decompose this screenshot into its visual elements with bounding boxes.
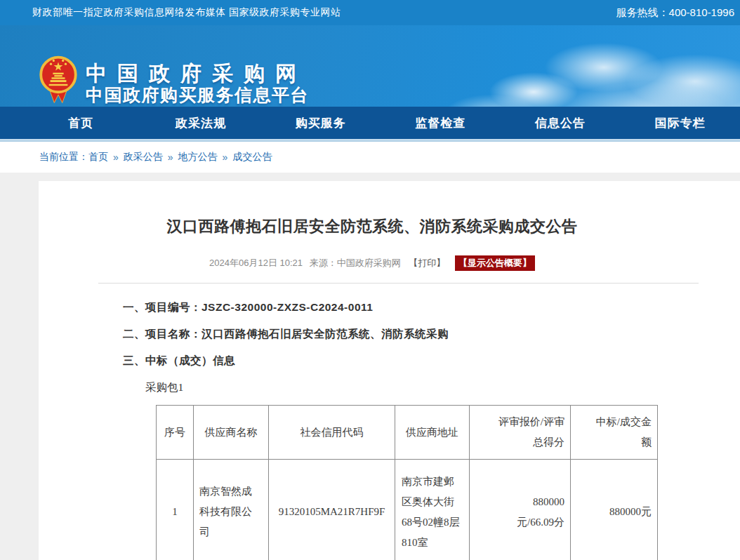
cell-credit-code: 91320105MA21R7HF9F <box>269 460 395 560</box>
breadcrumb-local-announcements[interactable]: 地方公告 <box>178 151 218 164</box>
cell-supplier-name: 南京智然成科技有限公司 <box>194 460 269 560</box>
article-meta: 2024年06月12日 10:21 来源：中国政府采购网 【打印】 【显示公告概… <box>39 255 706 271</box>
article-body: 一、项目编号：JSZC-320000-ZXZS-C2024-0011 二、项目名… <box>39 300 706 368</box>
site-logo-text: 中国政府采购网 中国政府购买服务信息平台 www.ccgp.gov.cn <box>86 62 310 107</box>
col-header-supplier-address: 供应商地址 <box>395 406 470 460</box>
cell-supplier-address: 南京市建邺区奥体大街68号02幢8层810室 <box>395 460 470 560</box>
site-url: www.ccgp.gov.cn <box>86 105 310 107</box>
project-name: 二、项目名称：汉口西路傅抱石旧居安全防范系统、消防系统采购 <box>123 327 706 342</box>
divider <box>98 283 699 284</box>
site-slogan: 财政部唯一指定政府采购信息网络发布媒体 国家级政府采购专业网站 <box>0 6 341 19</box>
award-info-heading: 三、中标（成交）信息 <box>123 354 706 368</box>
nav-item-home[interactable]: 首页 <box>21 115 141 131</box>
show-summary-button[interactable]: 【显示公告概要】 <box>455 255 535 271</box>
content-panel: 汉口西路傅抱石旧居安全防范系统、消防系统采购成交公告 2024年06月12日 1… <box>39 181 740 560</box>
site-name[interactable]: 中国政府采购网 <box>86 62 310 85</box>
nav-item-international[interactable]: 国际专栏 <box>620 115 740 131</box>
article-source: 来源：中国政府采购网 <box>310 258 401 268</box>
col-header-credit-code: 社会信用代码 <box>269 406 395 460</box>
page-background: 汉口西路傅抱石旧居安全防范系统、消防系统采购成交公告 2024年06月12日 1… <box>0 173 740 560</box>
nav-item-supervision[interactable]: 监督检查 <box>381 115 501 131</box>
publish-date: 2024年06月12日 10:21 <box>209 258 303 268</box>
cell-bid-score: 880000 元/66.09分 <box>470 460 571 560</box>
breadcrumb-home[interactable]: 首页 <box>88 151 108 164</box>
top-bar: 财政部唯一指定政府采购信息网络发布媒体 国家级政府采购专业网站 服务热线：400… <box>0 0 740 25</box>
col-header-serial: 序号 <box>157 406 194 460</box>
award-table: 序号 供应商名称 社会信用代码 供应商地址 评审报价/评审 总得分 中标/成交金… <box>156 405 658 560</box>
cell-serial: 1 <box>157 460 194 560</box>
table-header-row: 序号 供应商名称 社会信用代码 供应商地址 评审报价/评审 总得分 中标/成交金… <box>157 406 658 460</box>
project-number: 一、项目编号：JSZC-320000-ZXZS-C2024-0011 <box>123 300 706 315</box>
print-button[interactable]: 【打印】 <box>409 258 445 268</box>
nav-item-purchase-services[interactable]: 购买服务 <box>260 115 381 131</box>
service-hotline: 服务热线：400-810-1996 <box>616 6 740 20</box>
breadcrumb-procurement-announcements[interactable]: 政采公告 <box>124 151 163 164</box>
col-header-award-amount: 中标/成交金 额 <box>571 406 658 460</box>
main-nav: 首页 政采法规 购买服务 监督检查 信息公告 国际专栏 <box>0 107 740 139</box>
page-title: 汉口西路傅抱石旧居安全防范系统、消防系统采购成交公告 <box>39 216 706 237</box>
col-header-bid-score: 评审报价/评审 总得分 <box>470 406 571 460</box>
site-banner: 中国政府采购网 中国政府购买服务信息平台 www.ccgp.gov.cn <box>0 25 740 107</box>
cell-award-amount: 880000元 <box>571 460 658 560</box>
breadcrumb-label: 当前位置： <box>39 151 88 164</box>
nav-item-policies[interactable]: 政采法规 <box>141 115 261 131</box>
table-row: 1 南京智然成科技有限公司 91320105MA21R7HF9F 南京市建邺区奥… <box>157 460 658 560</box>
site-subtitle: 中国政府购买服务信息平台 <box>86 85 310 105</box>
breadcrumb-award-announcements[interactable]: 成交公告 <box>232 151 272 164</box>
national-emblem-icon <box>38 53 79 107</box>
col-header-supplier-name: 供应商名称 <box>194 406 269 460</box>
breadcrumb-separator-icon: » <box>113 152 119 163</box>
breadcrumb: 当前位置： 首页 » 政采公告 » 地方公告 » 成交公告 <box>0 142 740 173</box>
nav-item-announcements[interactable]: 信息公告 <box>501 115 621 131</box>
breadcrumb-separator-icon: » <box>223 152 228 163</box>
package-label: 采购包1 <box>39 380 706 395</box>
breadcrumb-separator-icon: » <box>168 152 173 163</box>
national-emblem-logo[interactable] <box>38 53 79 107</box>
